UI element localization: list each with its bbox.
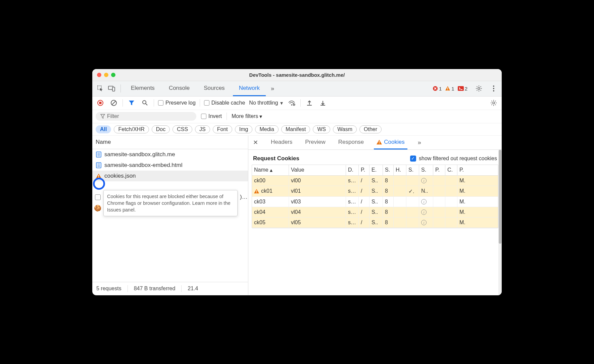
col-size[interactable]: S. bbox=[383, 165, 394, 175]
inspect-element-icon[interactable] bbox=[96, 84, 105, 93]
col-samesite[interactable]: S. bbox=[419, 165, 433, 175]
device-toggle-icon[interactable] bbox=[107, 84, 116, 93]
chip-wasm[interactable]: Wasm bbox=[333, 125, 357, 133]
chip-font[interactable]: Font bbox=[213, 125, 232, 133]
cell-path: / bbox=[359, 197, 369, 207]
divider bbox=[181, 285, 182, 292]
tab-network[interactable]: Network bbox=[233, 81, 266, 96]
col-path[interactable]: P. bbox=[359, 165, 369, 175]
chip-all[interactable]: All bbox=[96, 125, 111, 133]
close-detail-button[interactable]: ✕ bbox=[250, 139, 261, 146]
search-icon[interactable] bbox=[140, 98, 150, 108]
checkbox-icon bbox=[158, 100, 163, 106]
name-column-header[interactable]: Name bbox=[92, 136, 248, 149]
chip-ws[interactable]: WS bbox=[313, 125, 330, 133]
cookie-row[interactable]: ck03vl03s…/S..8iM. bbox=[252, 197, 498, 207]
sort-asc-icon: ▴ bbox=[270, 167, 273, 173]
chip-js[interactable]: JS bbox=[195, 125, 210, 133]
preserve-log-checkbox[interactable]: Preserve log bbox=[158, 100, 196, 106]
main-tab-strip: Elements Console Sources Network » 1 1 2 bbox=[92, 81, 502, 97]
chip-css[interactable]: CSS bbox=[172, 125, 192, 133]
tab-cookies[interactable]: Cookies bbox=[374, 136, 407, 149]
cell-name: ck03 bbox=[252, 197, 289, 207]
col-crosssite[interactable]: C. bbox=[445, 165, 457, 175]
maximize-window-button[interactable] bbox=[111, 73, 115, 77]
chip-media[interactable]: Media bbox=[255, 125, 279, 133]
upload-har-icon[interactable] bbox=[305, 98, 314, 108]
checkbox-icon bbox=[201, 114, 206, 119]
request-row[interactable]: cookies.json bbox=[92, 171, 248, 181]
col-secure[interactable]: S. bbox=[406, 165, 419, 175]
cell-samesite: i bbox=[419, 218, 433, 228]
more-tabs-icon[interactable]: » bbox=[268, 84, 277, 93]
col-value[interactable]: Value bbox=[289, 165, 346, 175]
filter-bar: Filter Invert More filters ▾ bbox=[92, 110, 502, 123]
minimize-window-button[interactable] bbox=[104, 73, 108, 77]
chip-fetch-xhr[interactable]: Fetch/XHR bbox=[114, 125, 149, 133]
scrollbar[interactable] bbox=[498, 150, 502, 295]
settings-icon[interactable] bbox=[474, 84, 484, 93]
chip-manifest[interactable]: Manifest bbox=[281, 125, 310, 133]
col-name[interactable]: Name▴ bbox=[252, 165, 289, 175]
cookie-table-header[interactable]: Name▴ Value D. P. E. S. H. S. S. P. C. P… bbox=[252, 165, 498, 176]
throttling-select[interactable]: No throttling ▾ bbox=[249, 100, 283, 106]
close-window-button[interactable] bbox=[97, 73, 101, 77]
divider bbox=[154, 99, 154, 107]
cookie-row[interactable]: ck00vl00s…/S..8iM. bbox=[252, 176, 498, 186]
cell-domain: s… bbox=[346, 218, 359, 228]
invert-checkbox[interactable]: Invert bbox=[201, 113, 222, 119]
record-button[interactable] bbox=[96, 98, 105, 108]
error-count[interactable]: 1 bbox=[433, 86, 442, 92]
cell-size: 8 bbox=[383, 207, 394, 217]
message-icon bbox=[458, 86, 464, 91]
divider bbox=[200, 99, 200, 107]
kebab-menu-icon[interactable] bbox=[489, 84, 498, 93]
filter-input[interactable]: Filter bbox=[96, 112, 196, 121]
col-expires[interactable]: E. bbox=[369, 165, 383, 175]
disable-cache-checkbox[interactable]: Disable cache bbox=[204, 100, 245, 106]
svg-rect-4 bbox=[447, 87, 448, 89]
tab-console[interactable]: Console bbox=[163, 81, 196, 96]
chip-doc[interactable]: Doc bbox=[152, 125, 170, 133]
svg-point-15 bbox=[143, 101, 146, 104]
cookie-row[interactable]: ck04vl04s…/S..8iM. bbox=[252, 207, 498, 218]
network-conditions-icon[interactable] bbox=[287, 98, 296, 108]
tab-sources[interactable]: Sources bbox=[198, 81, 231, 96]
devtools-window: DevTools - samesite-sandbox.glitch.me/ E… bbox=[92, 69, 502, 295]
scrollbar-thumb[interactable] bbox=[499, 150, 501, 244]
cell-httponly bbox=[394, 207, 406, 217]
col-partition[interactable]: P. bbox=[433, 165, 445, 175]
tab-response[interactable]: Response bbox=[336, 136, 367, 149]
more-detail-tabs-icon[interactable]: » bbox=[415, 138, 424, 147]
chip-img[interactable]: Img bbox=[235, 125, 253, 133]
tab-headers[interactable]: Headers bbox=[268, 136, 295, 149]
show-filtered-checkbox[interactable]: ✓ show filtered out request cookies bbox=[410, 156, 497, 162]
cell-domain: s… bbox=[346, 197, 359, 207]
tab-preview[interactable]: Preview bbox=[302, 136, 328, 149]
col-priority[interactable]: P. bbox=[457, 165, 469, 175]
message-count[interactable]: 2 bbox=[458, 86, 467, 92]
warning-count[interactable]: 1 bbox=[445, 86, 454, 92]
download-har-icon[interactable] bbox=[318, 98, 328, 108]
col-domain[interactable]: D. bbox=[346, 165, 359, 175]
cell-crosssite bbox=[445, 176, 457, 186]
col-httponly[interactable]: H. bbox=[394, 165, 406, 175]
issue-counts[interactable]: 1 1 2 bbox=[433, 86, 467, 92]
cell-name: ck00 bbox=[252, 176, 289, 186]
chip-other[interactable]: Other bbox=[359, 125, 382, 133]
cookie-row[interactable]: ck01vl01s…/S..8✓.N..M. bbox=[252, 186, 498, 197]
tab-elements[interactable]: Elements bbox=[125, 81, 161, 96]
cell-size: 8 bbox=[383, 197, 394, 207]
network-toolbar: Preserve log Disable cache No throttling… bbox=[92, 97, 502, 110]
network-settings-icon[interactable] bbox=[489, 98, 498, 108]
detail-tab-strip: ✕ Headers Preview Response Cookies » bbox=[248, 136, 502, 150]
more-filters-dropdown[interactable]: More filters ▾ bbox=[232, 113, 262, 120]
request-row[interactable]: samesite-sandbox.glitch.me bbox=[92, 149, 248, 160]
checkbox-checked-icon: ✓ bbox=[410, 156, 416, 162]
request-row[interactable]: samesite-sandbox-embed.html bbox=[92, 160, 248, 171]
clear-button[interactable] bbox=[109, 98, 118, 108]
cookie-row[interactable]: ck05vl05s…/S..8iM. bbox=[252, 218, 498, 228]
cell-expires: S.. bbox=[369, 218, 383, 228]
document-icon bbox=[96, 151, 102, 158]
filter-toggle-icon[interactable] bbox=[127, 98, 136, 108]
